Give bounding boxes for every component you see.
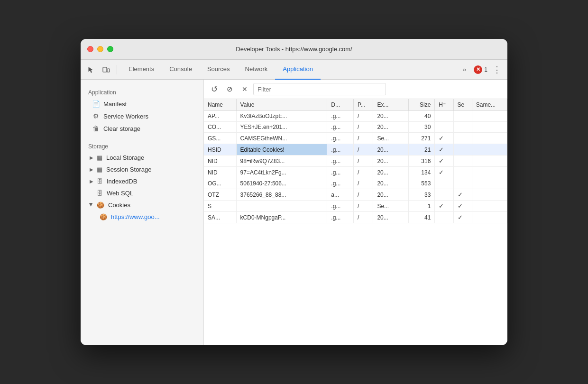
table-cell: / [354,178,373,189]
local-storage-icon: ▦ [97,154,102,161]
table-cell: 20... [373,212,408,223]
cookie-rows: AP...Kv3tAzBoOJzpE....g.../20...40CO...Y… [204,111,507,223]
table-cell: Kv3tAzBoOJzpE... [236,111,327,122]
sidebar-item-clear-storage[interactable]: 🗑 Clear storage [81,122,203,135]
tab-elements[interactable]: Elements [121,60,162,80]
close-button[interactable] [87,46,93,52]
table-cell [472,155,507,167]
table-cell: .g... [327,144,354,155]
refresh-button[interactable]: ↺ [208,82,221,96]
sidebar-item-service-workers-label: Service Workers [103,113,148,120]
toolbar-divider [117,65,117,74]
sidebar-item-indexeddb[interactable]: ▶ 🗄 IndexedDB [81,175,203,187]
local-storage-arrow: ▶ [88,155,95,161]
table-cell: ✓ [453,201,472,212]
table-cell: NID [204,167,236,178]
tab-bar: Elements Console Sources Network Applica… [121,60,321,80]
table-cell: .g... [327,178,354,189]
table-row[interactable]: GS...CAMSEGtheWN....g.../Se...271✓ [204,133,507,144]
table-cell: 98=iRw9Q7Z83... [236,155,327,167]
minimize-button[interactable] [97,46,103,52]
sidebar-item-session-storage[interactable]: ▶ ▦ Session Storage [81,164,203,175]
table-cell: AP... [204,111,236,122]
cursor-icon[interactable] [84,63,98,76]
sidebar: Application 📄 Manifest ⚙ Service Workers… [81,80,204,345]
sidebar-item-clear-storage-label: Clear storage [103,125,140,132]
table-cell [472,178,507,189]
more-tabs-button[interactable]: » [458,63,471,76]
table-row[interactable]: NID98=iRw9Q7Z83....g.../20...316✓ [204,155,507,167]
sidebar-item-web-sql[interactable]: ▶ 🗄 Web SQL [81,187,203,199]
table-cell [472,212,507,223]
table-row[interactable]: OG...5061940-27:506....g.../20...553 [204,178,507,189]
maximize-button[interactable] [107,46,113,52]
table-cell: 33 [408,189,435,201]
table-cell [453,167,472,178]
sidebar-item-manifest[interactable]: 📄 Manifest [81,98,203,110]
main-content: ↺ ⊘ ✕ Name Value D... P... Ex... Siz [204,80,507,345]
table-cell[interactable]: Editable Cookies! [236,144,327,155]
tab-sources[interactable]: Sources [200,60,238,80]
clear-button[interactable]: ✕ [238,82,251,96]
table-cell: S [204,201,236,212]
svg-rect-1 [107,69,110,72]
devtools-window: Developer Tools - https://www.google.com… [81,39,507,345]
error-count: 1 [484,66,487,73]
sidebar-item-service-workers[interactable]: ⚙ Service Workers [81,110,203,122]
sidebar-item-cookie-google-label: https://www.goo... [111,213,160,220]
table-cell: 97=AC4tLkn2Fg... [236,167,327,178]
tab-toolbar: Elements Console Sources Network Applica… [81,60,507,80]
table-cell: YES+JE.en+201... [236,122,327,133]
table-cell: 20... [373,189,408,201]
table-row[interactable]: CO...YES+JE.en+201....g.../20...30 [204,122,507,133]
window-title: Developer Tools - https://www.google.com… [236,46,352,53]
table-cell: .g... [327,201,354,212]
table-row[interactable]: AP...Kv3tAzBoOJzpE....g.../20...40 [204,111,507,122]
table-cell: 21 [408,144,435,155]
filter-input[interactable] [253,83,386,95]
table-cell: Se... [373,201,408,212]
table-cell: / [354,155,373,167]
table-cell: 5061940-27:506... [236,178,327,189]
block-button[interactable]: ⊘ [223,82,236,96]
table-cell: ✓ [435,201,453,212]
table-cell: / [354,133,373,144]
col-header-value: Value [236,99,327,111]
traffic-lights [87,46,113,52]
table-cell [472,167,507,178]
table-cell: HSID [204,144,236,155]
tab-network[interactable]: Network [238,60,276,80]
table-cell: a... [327,189,354,201]
table-cell [435,189,453,201]
table-cell: / [354,212,373,223]
device-toggle-icon[interactable] [100,63,113,76]
sidebar-item-cookie-google[interactable]: 🍪 https://www.goo... [81,211,203,223]
table-cell: 40 [408,111,435,122]
web-sql-icon: 🗄 [97,190,103,197]
menu-button[interactable]: ⋮ [490,63,504,76]
table-cell [453,155,472,167]
table-cell: 20... [373,178,408,189]
table-cell: 20... [373,167,408,178]
col-header-domain: D... [327,99,354,111]
table-cell: 30 [408,122,435,133]
tab-console[interactable]: Console [162,60,200,80]
tab-application[interactable]: Application [275,60,321,80]
table-cell: ✓ [453,212,472,223]
sidebar-item-cookies[interactable]: ▶ 🍪 Cookies [81,199,203,211]
cookies-table-container: Name Value D... P... Ex... Size H⁻ Se Sa… [204,99,507,345]
table-row[interactable]: S.g.../Se...1✓✓ [204,201,507,212]
table-cell: 3765266_88_88... [236,189,327,201]
col-header-name: Name [204,99,236,111]
table-cell: 553 [408,178,435,189]
sidebar-item-session-storage-label: Session Storage [106,166,151,173]
table-cell: 20... [373,111,408,122]
error-badge: ✕ [474,65,482,74]
sidebar-item-local-storage[interactable]: ▶ ▦ Local Storage [81,152,203,164]
table-row[interactable]: SA...kCD0-MNgpgaP....g.../20...41✓ [204,212,507,223]
table-cell [472,189,507,201]
table-row[interactable]: OTZ3765266_88_88...a.../20...33✓ [204,189,507,201]
table-row[interactable]: NID97=AC4tLkn2Fg....g.../20...134✓ [204,167,507,178]
table-cell: NID [204,155,236,167]
table-row[interactable]: HSIDEditable Cookies!.g.../20...21✓ [204,144,507,155]
